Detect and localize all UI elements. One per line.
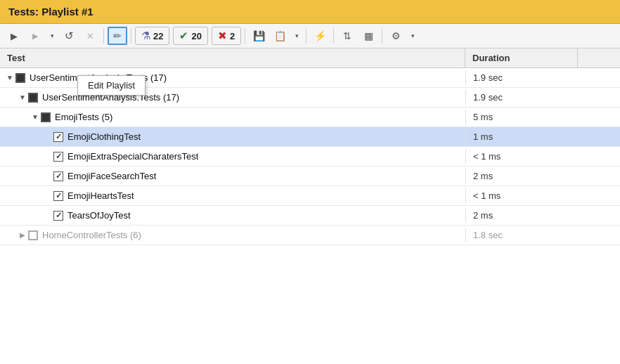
test-cell: ▼ UserSentimentAnalysis.Tests (17) [0,90,465,105]
export-button[interactable]: 📋 [270,27,290,45]
checkbox[interactable]: ✓ [53,191,63,201]
title-bar: Tests: Playlist #1 [0,0,620,24]
export-icon: 📋 [274,30,286,41]
title-text: Tests: Playlist #1 [8,6,93,18]
separator-3 [245,28,245,44]
expand-arrow[interactable]: ▼ [17,92,28,103]
table-header: Test Duration [0,48,620,68]
checkbox[interactable]: ✓ [53,171,63,181]
duration-cell: 1.8 sec [465,228,578,242]
separator-5 [333,28,334,44]
row-label: EmojiExtraSpecialCharatersTest [67,151,198,162]
duration-cell: < 1 ms [465,149,578,164]
group-icon: ▦ [364,30,373,41]
row-label: EmojiClothingTest [67,131,141,142]
total-count: 22 [153,31,163,41]
save-button[interactable]: 💾 [249,27,269,45]
sort-icon: ⇅ [343,30,351,41]
duration-cell: 1.9 sec [465,70,578,85]
duration-cell: 1 ms [465,129,578,144]
table-row[interactable]: ✓ TearsOfJoyTest 2 ms [0,206,620,226]
test-cell: ✓ EmojiExtraSpecialCharatersTest [0,149,465,164]
export-dropdown-button[interactable]: ▾ [291,27,302,45]
content-area: Edit Playlist Test Duration ▼ UserSentim… [0,48,620,356]
duration-cell: 5 ms [465,110,578,124]
duration-cell: 1.9 sec [465,90,578,105]
expand-arrow[interactable]: ▼ [30,112,41,123]
table-row[interactable]: ▼ UserSentimentAnalysis.Tests (17) 1.9 s… [0,88,620,108]
test-cell: ✓ EmojiHeartsTest [0,188,465,203]
failed-badge[interactable]: ✖ 2 [212,27,241,45]
toolbar: ▶ ▶ ▾ ↺ ✕ ✏ ⚗ 22 ✔ 20 ✖ 2 💾 📋 ▾ ⚡ [0,24,620,48]
row-label: EmojiFaceSearchTest [67,171,156,181]
cancel-button[interactable]: ✕ [80,27,100,45]
test-cell: ✓ EmojiClothingTest [0,129,465,144]
export-dropdown-icon: ▾ [295,32,299,39]
settings-dropdown-icon: ▾ [411,32,415,39]
table-body: ▼ UserSentimentAnalysis.Tests (17) 1.9 s… [0,68,620,356]
col-test: Test [0,48,465,67]
settings-dropdown-button[interactable]: ▾ [407,27,418,45]
failed-count: 2 [230,31,235,41]
checkbox[interactable]: ✓ [53,152,63,162]
debug-icon: ⚡ [314,30,326,41]
separator-2 [131,28,131,44]
group-button[interactable]: ▦ [359,27,378,45]
expand-arrow[interactable]: ▼ [4,72,15,84]
col-duration: Duration [465,48,578,67]
settings-icon: ⚙ [392,30,401,41]
separator-4 [306,28,306,44]
row-label: UserSentimentAnalysis.Tests (17) [30,72,167,83]
row-label: EmojiHeartsTest [67,190,134,201]
table-row[interactable]: ✓ EmojiHeartsTest < 1 ms [0,186,620,206]
test-cell: ▼ UserSentimentAnalysis.Tests (17) [0,70,465,86]
expand-arrow[interactable]: ▶ [17,230,28,241]
passed-icon: ✔ [179,30,188,42]
row-label: TearsOfJoyTest [67,210,131,221]
refresh-icon: ↺ [65,30,74,42]
edit-playlist-icon: ✏ [113,30,122,41]
duration-cell: 2 ms [465,169,578,183]
row-label: EmojiTests (5) [55,112,112,122]
col-extra [578,48,620,67]
checkbox[interactable] [41,112,51,122]
duration-cell: 2 ms [465,208,578,223]
duration-cell: < 1 ms [465,188,578,203]
separator-1 [103,28,104,44]
settings-button[interactable]: ⚙ [386,27,406,45]
table-row[interactable]: ✓ EmojiClothingTest 1 ms [0,127,620,147]
table-row[interactable]: ▼ UserSentimentAnalysis.Tests (17) 1.9 s… [0,68,620,88]
table-row[interactable]: ✓ EmojiFaceSearchTest 2 ms [0,167,620,186]
passed-badge[interactable]: ✔ 20 [173,27,207,45]
checkbox[interactable] [28,93,38,103]
test-cell: ✓ EmojiFaceSearchTest [0,169,465,183]
run-dropdown-button[interactable]: ▾ [46,27,58,45]
edit-playlist-button[interactable]: ✏ [108,27,127,45]
run-dropdown-icon: ▾ [51,32,54,39]
sort-button[interactable]: ⇅ [337,27,357,45]
cancel-icon: ✕ [86,31,94,41]
row-label: HomeControllerTests (6) [42,230,141,240]
checkbox[interactable] [15,73,25,83]
refresh-button[interactable]: ↺ [59,27,79,45]
test-cell: ✓ TearsOfJoyTest [0,208,465,223]
table-row[interactable]: ✓ EmojiExtraSpecialCharatersTest < 1 ms [0,147,620,167]
separator-6 [382,28,382,44]
checkbox[interactable]: ✓ [53,132,63,142]
total-badge[interactable]: ⚗ 22 [135,27,169,45]
test-cell: ▶ HomeControllerTests (6) [0,228,465,243]
save-icon: 💾 [253,30,265,41]
run-all-icon: ▶ [11,31,18,41]
run-selected-icon: ▶ [32,32,38,41]
table-row[interactable]: ▶ HomeControllerTests (6) 1.8 sec [0,226,620,245]
row-label: UserSentimentAnalysis.Tests (17) [42,92,179,103]
table-row[interactable]: ▼ EmojiTests (5) 5 ms [0,108,620,127]
failed-icon: ✖ [218,30,227,42]
run-all-button[interactable]: ▶ [4,27,24,45]
run-selected-button[interactable]: ▶ [25,27,45,45]
flask-icon: ⚗ [141,30,150,42]
debug-button[interactable]: ⚡ [310,27,330,45]
test-cell: ▼ EmojiTests (5) [0,110,465,125]
checkbox[interactable] [28,230,38,240]
checkbox[interactable]: ✓ [53,211,63,221]
